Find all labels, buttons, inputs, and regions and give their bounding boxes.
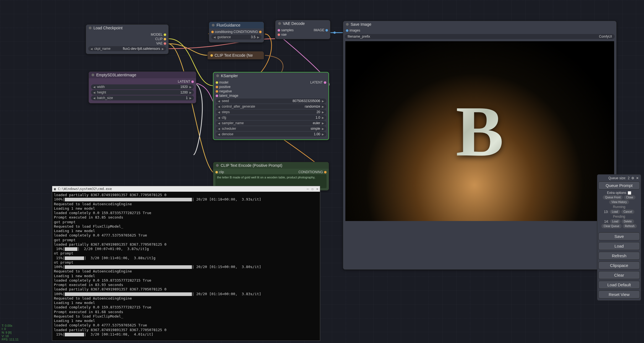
- gear-icon[interactable]: ⚙: [631, 176, 634, 180]
- node-clip-neg[interactable]: CLIP Text Encode (Ne: [207, 51, 264, 59]
- cmd-icon: ▣: [54, 187, 56, 191]
- refresh-button[interactable]: Refresh: [598, 252, 640, 260]
- ckpt-name-param[interactable]: ◀ckpt_name flux1-dev-fp8.safetensors▶: [88, 46, 166, 51]
- node-title: Save Image: [351, 22, 371, 27]
- extra-options-checkbox[interactable]: [628, 191, 631, 195]
- sampler-param[interactable]: ◀sampler_nameeuler▶: [216, 121, 326, 126]
- clear-button[interactable]: Clear: [598, 271, 640, 279]
- node-save-image[interactable]: Save Image images filename_prefix ComfyU…: [343, 21, 617, 270]
- seed-param[interactable]: ◀seed807506323205006▶: [216, 98, 326, 103]
- view-history-button[interactable]: View History: [609, 200, 629, 204]
- node-title: CLIP Text Encode (Ne: [215, 53, 253, 58]
- close-button[interactable]: Close: [624, 195, 635, 199]
- load-running-button[interactable]: Load: [610, 210, 620, 214]
- cfg-param[interactable]: ◀cfg1.0▶: [216, 115, 326, 120]
- output-image: B: [345, 41, 614, 221]
- terminal-window[interactable]: ▣ C:\Windows\system32\cmd.exe — ☐ ✕ load…: [52, 186, 320, 341]
- cag-param[interactable]: ◀control_after_generaterandomize▶: [216, 104, 326, 109]
- node-title: KSampler: [221, 74, 238, 78]
- delete-pending-button[interactable]: Delete: [622, 219, 634, 224]
- node-ksampler[interactable]: KSampler modelLATENT positive negative l…: [213, 72, 329, 140]
- close-icon[interactable]: ✕: [316, 187, 318, 191]
- node-title: EmptySD3LatentImage: [96, 73, 136, 77]
- batch-param[interactable]: ◀batch_size1▶: [91, 95, 194, 100]
- refresh-queue-button[interactable]: Refresh: [623, 224, 637, 228]
- maximize-icon[interactable]: ☐: [312, 187, 314, 191]
- node-load-checkpoint[interactable]: Load Checkpoint MODEL CLIP VAE ◀ckpt_nam…: [86, 24, 169, 54]
- close-panel-icon[interactable]: ✕: [636, 176, 639, 180]
- filename-prefix-param[interactable]: filename_prefix ComfyUI: [345, 34, 615, 39]
- clipspace-button[interactable]: Clipspace: [598, 261, 640, 269]
- node-flux-guidance[interactable]: FluxGuidance conditioning CONDITIONING ◀…: [209, 22, 264, 43]
- steps-param[interactable]: ◀steps20▶: [216, 110, 326, 115]
- load-default-button[interactable]: Load Default: [598, 281, 640, 289]
- canvas-stats: T: 0.00s I: 0 N: 9 [8] V: 18 FPS: 111.11: [2, 324, 19, 341]
- height-param[interactable]: ◀height1200▶: [91, 90, 194, 95]
- scheduler-param[interactable]: ◀schedulersimple▶: [216, 126, 326, 131]
- control-panel[interactable]: Queue size: 2 ⚙ ✕ Queue Prompt Extra opt…: [597, 174, 641, 301]
- width-param[interactable]: ◀width1920▶: [91, 84, 194, 89]
- save-button[interactable]: Save: [598, 232, 640, 240]
- guidance-param[interactable]: ◀guidance 3.5▶: [211, 35, 262, 40]
- node-vae-decode[interactable]: VAE Decode samples IMAGE vae: [275, 20, 330, 39]
- minimize-icon[interactable]: —: [307, 187, 309, 191]
- svg-point-0: [333, 32, 336, 34]
- node-empty-latent[interactable]: EmptySD3LatentImage LATENT ◀width1920▶ ◀…: [88, 71, 196, 103]
- cancel-running-button[interactable]: Cancel: [621, 210, 634, 214]
- node-title: Load Checkpoint: [93, 26, 122, 30]
- node-title: FluxGuidance: [217, 23, 240, 27]
- reset-view-button[interactable]: Reset View: [598, 290, 640, 298]
- denoise-param[interactable]: ◀denoise1.00▶: [216, 132, 326, 137]
- clear-queue-button[interactable]: Clear Queue: [601, 224, 622, 228]
- queue-front-button[interactable]: Queue Front: [603, 195, 623, 199]
- load-button[interactable]: Load: [598, 242, 640, 250]
- node-title: CLIP Text Encode (Positive Prompt): [221, 163, 282, 168]
- load-pending-button[interactable]: Load: [610, 219, 620, 224]
- queue-prompt-button[interactable]: Queue Prompt: [598, 181, 640, 189]
- terminal-output: loaded partially 8367.874919891357 8367.…: [52, 192, 320, 340]
- node-title: VAE Decode: [283, 21, 305, 26]
